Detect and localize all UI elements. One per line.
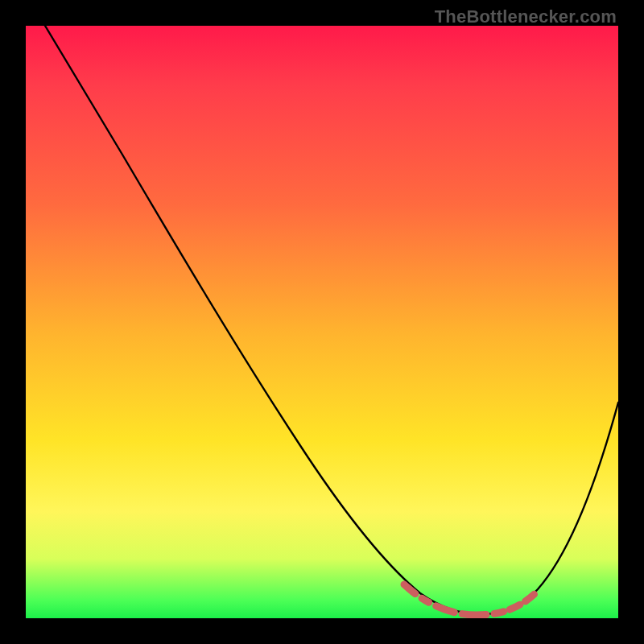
watermark-label: TheBottlenecker.com xyxy=(435,6,617,27)
curve-svg xyxy=(26,26,618,618)
chart-frame: TheBottlenecker.com xyxy=(0,0,644,644)
highlight-segment xyxy=(404,584,538,615)
plot-area xyxy=(26,26,618,618)
bottleneck-curve xyxy=(45,26,618,614)
